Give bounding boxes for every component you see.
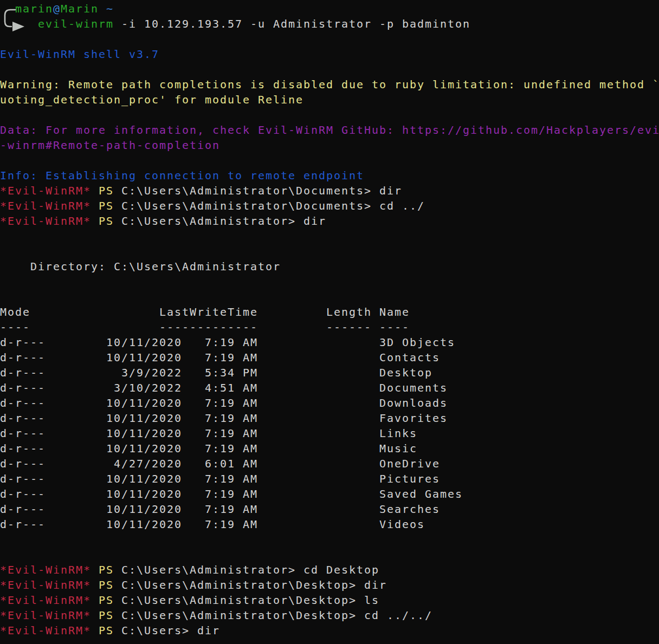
data-line-2: -winrm#Remote-path-completion: [0, 138, 659, 153]
ps-label: PS: [91, 563, 114, 576]
blank-line: [0, 153, 659, 168]
listing-row: d-r--- 10/11/2020 7:19 AM Searches: [0, 502, 659, 517]
listing-row: d-r--- 10/11/2020 7:19 AM Videos: [0, 517, 659, 532]
prompt-path-command: C:\Users\Administrator\Desktop> cd ../..…: [114, 609, 432, 622]
blank-line: [0, 62, 659, 77]
blank-line: [0, 244, 659, 259]
prompt-path-command: C:\Users\Administrator\Documents> dir: [114, 184, 402, 197]
prompt-bracket-icon: [1, 3, 27, 35]
home-tilde: ~: [99, 2, 114, 15]
banner-line: Evil-WinRM shell v3.7: [0, 47, 659, 62]
warning-line-1: Warning: Remote path completions is disa…: [0, 77, 659, 92]
winrm-prompt-line: *Evil-WinRM* PS C:\Users\Administrator\D…: [0, 577, 659, 593]
listing-row: d-r--- 10/11/2020 7:19 AM Favorites: [0, 411, 659, 426]
ps-label: PS: [91, 609, 114, 622]
winrm-tag: *Evil-WinRM*: [0, 184, 91, 197]
prompt-path-command: C:\Users> dir: [114, 624, 220, 637]
winrm-tag: *Evil-WinRM*: [0, 199, 91, 212]
winrm-prompt-line: *Evil-WinRM* PS C:\Users\Administrator\D…: [0, 593, 659, 608]
listing-row: d-r--- 10/11/2020 7:19 AM Contacts: [0, 350, 659, 365]
warning-line-2: uoting_detection_proc' for module Reline: [0, 92, 659, 107]
blank-line: [0, 229, 659, 244]
user-host-line: marin@Marin ~: [0, 1, 659, 16]
blank-line: [0, 547, 659, 562]
listing-row: d-r--- 3/9/2022 5:34 PM Desktop: [0, 365, 659, 380]
prompt-path-command: C:\Users\Administrator> cd Desktop: [114, 563, 379, 576]
listing-row: d-r--- 4/27/2020 6:01 AM OneDrive: [0, 456, 659, 471]
winrm-tag: *Evil-WinRM*: [0, 624, 91, 637]
info-line: Info: Establishing connection to remote …: [0, 168, 659, 183]
winrm-prompt-line: *Evil-WinRM* PS C:\Users\Administrator\D…: [0, 198, 659, 213]
command-line: evil-winrm -i 10.129.193.57 -u Administr…: [0, 16, 659, 31]
prompt-path-command: C:\Users\Administrator\Desktop> ls: [114, 594, 379, 607]
ps-label: PS: [91, 578, 114, 591]
ps-label: PS: [91, 184, 114, 197]
prompt-path-command: C:\Users\Administrator\Desktop> dir: [114, 578, 387, 591]
winrm-prompt-line: *Evil-WinRM* PS C:\Users\Administrator> …: [0, 213, 659, 229]
blank-line: [0, 274, 659, 289]
data-line-1: Data: For more information, check Evil-W…: [0, 122, 659, 138]
prompt-arrow-icon: [12, 22, 24, 31]
listing-row: d-r--- 3/10/2022 4:51 AM Documents: [0, 380, 659, 395]
winrm-prompt-line: *Evil-WinRM* PS C:\Users\Administrator> …: [0, 562, 659, 577]
at-sign: @: [53, 2, 61, 15]
listing-row: d-r--- 10/11/2020 7:19 AM Downloads: [0, 395, 659, 411]
winrm-tag: *Evil-WinRM*: [0, 578, 91, 591]
command-name: evil-winrm: [38, 17, 114, 30]
ps-label: PS: [91, 199, 114, 212]
ps-label: PS: [91, 594, 114, 607]
blank-line: [0, 107, 659, 122]
hostname-text: Marin: [61, 2, 99, 15]
listing-row: d-r--- 10/11/2020 7:19 AM Music: [0, 441, 659, 456]
prompt-path-command: C:\Users\Administrator> dir: [114, 214, 326, 227]
command-args: -i 10.129.193.57 -u Administrator -p bad…: [114, 17, 470, 30]
listing-row: d-r--- 10/11/2020 7:19 AM Saved Games: [0, 486, 659, 502]
winrm-tag: *Evil-WinRM*: [0, 563, 91, 576]
listing-row: d-r--- 10/11/2020 7:19 AM Links: [0, 426, 659, 441]
terminal-window[interactable]: marin@Marin ~ evil-winrm -i 10.129.193.5…: [0, 0, 659, 644]
prompt-path-command: C:\Users\Administrator\Documents> cd ../: [114, 199, 425, 212]
ps-label: PS: [91, 214, 114, 227]
winrm-prompt-line: *Evil-WinRM* PS C:\Users> dir: [0, 623, 659, 638]
winrm-prompt-line: *Evil-WinRM* PS C:\Users\Administrator\D…: [0, 608, 659, 623]
listing-row: d-r--- 10/11/2020 7:19 AM Pictures: [0, 471, 659, 486]
listing-row: d-r--- 10/11/2020 7:19 AM 3D Objects: [0, 335, 659, 350]
winrm-tag: *Evil-WinRM*: [0, 214, 91, 227]
listing-header: Mode LastWriteTime Length Name: [0, 304, 659, 320]
directory-path-line: Directory: C:\Users\Administrator: [0, 259, 659, 274]
ps-label: PS: [91, 624, 114, 637]
winrm-tag: *Evil-WinRM*: [0, 594, 91, 607]
winrm-prompt-line: *Evil-WinRM* PS C:\Users\Administrator\D…: [0, 183, 659, 198]
blank-line: [0, 532, 659, 547]
blank-line: [0, 31, 659, 47]
blank-line: [0, 289, 659, 304]
listing-separator: ---- ------------- ------ ----: [0, 320, 659, 335]
winrm-tag: *Evil-WinRM*: [0, 609, 91, 622]
